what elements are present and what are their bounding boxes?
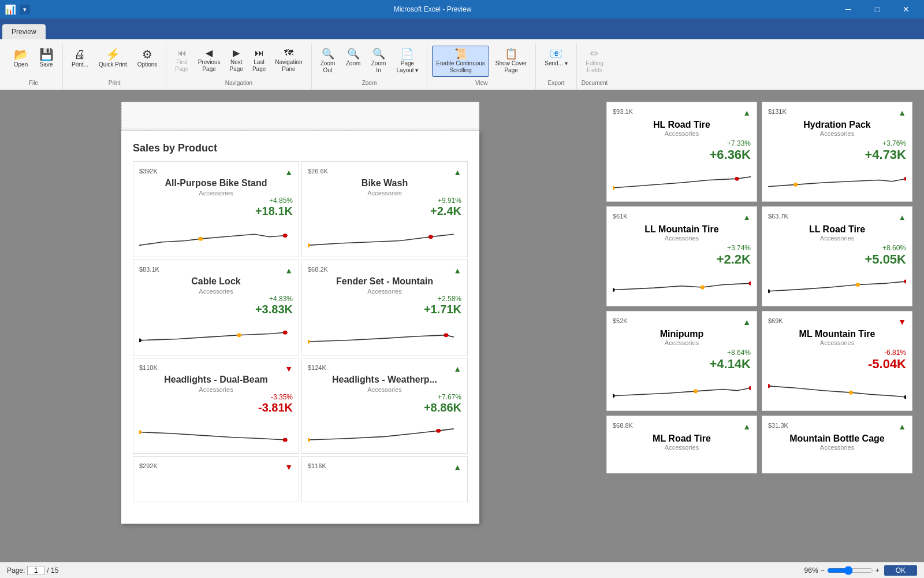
svg-point-22 (904, 280, 906, 284)
ribbon-group-document: ✏ EditingFields Document (577, 43, 613, 90)
svg-point-27 (849, 391, 853, 395)
list-item: $124K ▲ Headlights - Weatherp... Accesso… (301, 358, 468, 454)
zoom-out-button[interactable]: 🔍 ZoomOut (316, 46, 340, 77)
ribbon-group-view: 📜 Enable ContinuousScrolling 📋 Show Cove… (427, 43, 536, 90)
title-bar: 📊 ▾ Microsoft Excel - Preview ─ □ ✕ (0, 0, 924, 18)
status-bar: Page: / 15 96% − + OK (0, 562, 924, 578)
list-item: $392K ▲ All-Purpose Bike Stand Accessori… (133, 161, 299, 257)
title-bar-controls[interactable]: ─ □ ✕ (835, 0, 919, 18)
first-page-icon: ⏮ (177, 49, 187, 58)
list-item: $131K ▲ Hydration Pack Accessories +3.76… (762, 102, 912, 202)
send-icon: 📧 (550, 49, 562, 59)
ok-button[interactable]: OK (884, 565, 917, 576)
prev-page-button[interactable]: ◀ PreviousPage (194, 46, 225, 76)
minimize-button[interactable]: ─ (835, 0, 862, 18)
quickprint-button[interactable]: ⚡ Quick Print (95, 46, 131, 71)
left-page-panel[interactable]: Sales by Product $392K ▲ All-Purpose Bik… (0, 90, 601, 562)
zoom-slider[interactable] (827, 566, 873, 575)
ribbon-group-zoom: 🔍 ZoomOut 🔍 Zoom 🔍 ZoomIn 📄 PageLayout ▾… (312, 43, 428, 90)
svg-point-5 (237, 333, 241, 337)
options-icon: ⚙ (142, 49, 152, 60)
editing-fields-icon: ✏ (590, 49, 599, 59)
first-page-button[interactable]: ⏮ FirstPage (171, 46, 192, 76)
svg-point-26 (768, 384, 770, 388)
main-area: Sales by Product $392K ▲ All-Purpose Bik… (0, 90, 924, 562)
open-button[interactable]: 📂 Open (9, 46, 32, 71)
print-icon: 🖨 (74, 49, 85, 60)
zoom-plus-icon[interactable]: + (875, 566, 880, 575)
page-number-input[interactable] (27, 566, 44, 575)
svg-point-7 (308, 340, 310, 344)
svg-point-23 (613, 394, 615, 398)
cards-grid: $392K ▲ All-Purpose Bike Stand Accessori… (133, 161, 468, 502)
zoom-out-icon: 🔍 (322, 49, 334, 59)
quickprint-icon: ⚡ (106, 49, 120, 60)
svg-point-14 (735, 177, 739, 181)
svg-point-1 (283, 234, 288, 238)
zoom-minus-icon[interactable]: − (821, 566, 825, 575)
zoom-button[interactable]: 🔍 Zoom (342, 46, 365, 70)
right-panel: $93.1K ▲ HL Road Tire Accessories +7.33%… (601, 90, 924, 562)
zoom-in-button[interactable]: 🔍 ZoomIn (367, 46, 390, 77)
editing-fields-button[interactable]: ✏ EditingFields (582, 46, 608, 77)
last-page-icon: ⏭ (255, 49, 264, 58)
ribbon-group-print: 🖨 Print... ⚡ Quick Print ⚙ Options Print (63, 43, 166, 90)
total-pages: / 15 (47, 566, 58, 575)
zoom-group-label: Zoom (362, 79, 377, 87)
svg-point-15 (793, 183, 798, 187)
ribbon-group-navigation: ⏮ FirstPage ◀ PreviousPage ▶ NextPage ⏭ … (166, 43, 311, 90)
ribbon-group-file: 📂 Open 💾 Save File (5, 43, 63, 90)
list-item: $68.8K ▲ ML Road Tire Accessories (606, 416, 757, 473)
page-content: Sales by Product $392K ▲ All-Purpose Bik… (121, 131, 479, 524)
next-page-button[interactable]: ▶ NextPage (226, 46, 247, 76)
svg-point-13 (613, 186, 615, 190)
list-item: $31.3K ▲ Mountain Bottle Cage Accessorie… (762, 416, 912, 473)
options-button[interactable]: ⚙ Options (133, 46, 161, 71)
page-label: Page: (7, 566, 25, 575)
cover-page-icon: 📋 (505, 49, 517, 59)
save-button[interactable]: 💾 Save (35, 46, 58, 71)
list-item: $63.7K ▲ LL Road Tire Accessories +8.60%… (762, 206, 912, 306)
svg-point-16 (904, 177, 906, 181)
svg-point-3 (429, 235, 433, 239)
svg-point-20 (768, 289, 770, 293)
export-group-label: Export (548, 79, 565, 87)
page-layout-button[interactable]: 📄 PageLayout ▾ (393, 46, 423, 77)
svg-point-4 (139, 338, 141, 342)
svg-point-21 (856, 283, 860, 287)
svg-point-2 (308, 243, 310, 247)
prev-page-icon: ◀ (206, 49, 213, 58)
list-item: $93.1K ▲ HL Road Tire Accessories +7.33%… (606, 102, 757, 202)
open-icon: 📂 (14, 49, 28, 60)
show-cover-button[interactable]: 📋 Show CoverPage (491, 46, 531, 77)
save-icon: 💾 (39, 49, 54, 60)
nav-pane-button[interactable]: 🗺 NavigationPane (271, 46, 306, 76)
list-item: $61K ▲ LL Mountain Tire Accessories +3.7… (606, 206, 757, 306)
list-item: $69K ▼ ML Mountain Tire Accessories -6.8… (762, 311, 912, 411)
svg-point-18 (701, 286, 705, 290)
last-page-button[interactable]: ⏭ LastPage (248, 46, 270, 76)
maximize-button[interactable]: □ (864, 0, 891, 18)
svg-point-11 (308, 438, 310, 442)
navigation-group-label: Navigation (225, 79, 252, 87)
svg-point-9 (139, 430, 141, 434)
status-right: 96% − + OK (804, 565, 917, 576)
close-button[interactable]: ✕ (893, 0, 919, 18)
tab-bar: Preview (0, 18, 924, 39)
zoom-in-icon: 🔍 (372, 49, 385, 59)
zoom-icon: 🔍 (347, 49, 360, 59)
print-group-label: Print (109, 79, 121, 87)
print-button[interactable]: 🖨 Print... (68, 46, 92, 71)
list-item: $52K ▲ Minipump Accessories +8.64% +4.14… (606, 311, 757, 411)
svg-point-19 (748, 281, 751, 286)
enable-continuous-button[interactable]: 📜 Enable ContinuousScrolling (432, 46, 489, 77)
ribbon: 📂 Open 💾 Save File 🖨 Print... ⚡ Quick Pr… (0, 39, 924, 90)
tab-preview[interactable]: Preview (2, 24, 46, 39)
list-item: $83.1K ▲ Cable Lock Accessories +4.83% +… (133, 260, 299, 355)
svg-point-10 (283, 438, 288, 442)
list-item: $110K ▼ Headlights - Dual-Beam Accessori… (133, 358, 299, 454)
page-indicator: Page: / 15 (7, 566, 58, 575)
nav-pane-icon: 🗺 (284, 49, 293, 58)
send-button[interactable]: 📧 Send... ▾ (541, 46, 571, 70)
svg-point-24 (694, 390, 698, 394)
